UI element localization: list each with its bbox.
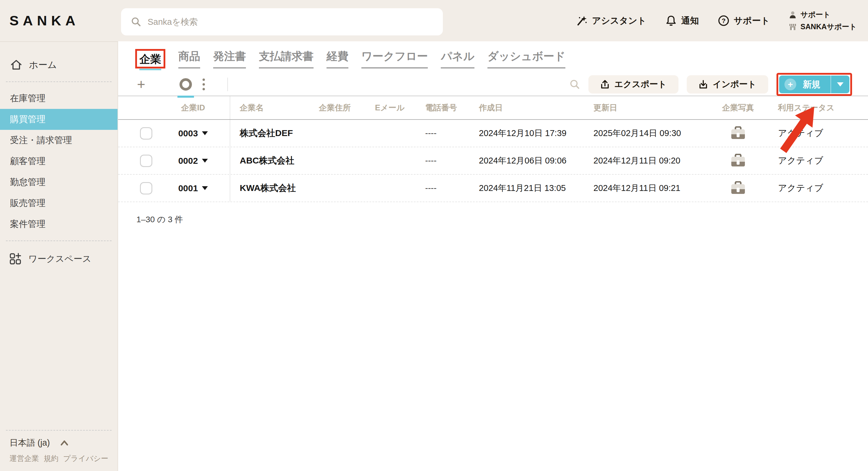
- company-id-cell[interactable]: 0001: [178, 183, 208, 193]
- col-header-status[interactable]: 利用ステータス: [762, 102, 868, 113]
- company-id-cell[interactable]: 0002: [178, 156, 208, 166]
- row-checkbox[interactable]: [140, 182, 152, 194]
- row-checkbox[interactable]: [140, 127, 152, 139]
- col-header-updated[interactable]: 更新日: [588, 102, 714, 113]
- import-icon: [699, 80, 708, 89]
- pagination-summary: 1–30 の 3 件: [136, 214, 868, 225]
- annotation-box-tab: 企業: [135, 49, 165, 68]
- company-photo-cell: [714, 181, 762, 195]
- status-cell: アクティブ: [762, 155, 868, 167]
- table-row: 0001 KWA株式会社 ---- 2024年11月21日 13:05 2024…: [118, 175, 868, 202]
- global-search[interactable]: [121, 8, 443, 35]
- status-cell: アクティブ: [762, 127, 868, 139]
- col-header-phone[interactable]: 電話番号: [419, 102, 469, 113]
- company-name-cell[interactable]: 株式会社DEF: [230, 127, 313, 139]
- company-id-cell[interactable]: 0003: [178, 128, 208, 138]
- company-id: 0002: [178, 156, 198, 166]
- sidebar-workspace-label: ワークスペース: [28, 253, 92, 265]
- profile-name: サポート: [800, 10, 831, 20]
- sidebar-item-label: 顧客管理: [10, 155, 45, 167]
- chevron-down-icon: [202, 186, 208, 190]
- sidebar-item-label: 勤怠管理: [10, 176, 45, 188]
- sidebar-item-orders-billing[interactable]: 受注・請求管理: [0, 130, 118, 151]
- assistant-label: アシスタント: [592, 15, 646, 27]
- row-checkbox[interactable]: [140, 155, 152, 167]
- col-header-company-name[interactable]: 企業名: [230, 102, 313, 113]
- brand-logo: SANKA: [9, 12, 80, 29]
- sidebar-item-workspace[interactable]: ワークスペース: [0, 247, 118, 271]
- link-operating-company[interactable]: 運営企業: [9, 453, 39, 463]
- support-button[interactable]: ? サポート: [718, 15, 770, 27]
- link-privacy[interactable]: プライバシー: [63, 453, 108, 463]
- created-cell: 2024年11月21日 13:05: [469, 182, 588, 194]
- briefcase-icon: [731, 126, 745, 140]
- tab-workflows[interactable]: ワークフロー: [361, 49, 428, 68]
- header-actions: アシスタント 通知 ? サポート: [576, 0, 857, 41]
- profile-menu[interactable]: サポート SANKAサポート: [788, 10, 857, 32]
- view-tools: +: [137, 77, 228, 92]
- col-header-email[interactable]: Eメール: [369, 102, 419, 113]
- created-cell: 2024年12月10日 17:39: [469, 127, 588, 139]
- export-button[interactable]: エクスポート: [588, 75, 678, 94]
- col-header-photo[interactable]: 企業写真: [714, 102, 762, 113]
- export-label: エクスポート: [614, 78, 666, 90]
- sidebar-home-label: ホーム: [29, 59, 57, 71]
- sidebar-item-label: 案件管理: [10, 218, 45, 230]
- tab-products[interactable]: 商品: [178, 49, 200, 68]
- sidebar-item-label: 購買管理: [10, 113, 45, 125]
- tab-bar: 企業 商品 発注書 支払請求書 経費 ワークフロー パネル ダッシュボード: [118, 41, 868, 68]
- language-label: 日本語 (ja): [9, 437, 50, 449]
- help-circle-icon: ?: [718, 15, 730, 27]
- sidebar-item-customers[interactable]: 顧客管理: [0, 151, 118, 172]
- assistant-button[interactable]: アシスタント: [576, 15, 646, 27]
- tab-dashboards[interactable]: ダッシュボード: [488, 49, 565, 68]
- active-view-button[interactable]: [180, 78, 192, 91]
- new-button-label: 新規: [796, 78, 831, 91]
- sidebar-item-label: 受注・請求管理: [10, 134, 72, 146]
- col-header-created[interactable]: 作成日: [469, 102, 588, 113]
- link-terms[interactable]: 規約: [44, 453, 58, 463]
- more-options-icon[interactable]: [203, 78, 205, 90]
- sidebar-item-inventory[interactable]: 在庫管理: [0, 88, 118, 109]
- tab-expenses[interactable]: 経費: [327, 49, 348, 68]
- sidebar-item-attendance[interactable]: 勤怠管理: [0, 172, 118, 193]
- search-input[interactable]: [148, 17, 413, 27]
- phone-cell: ----: [419, 183, 469, 193]
- sidebar-item-projects[interactable]: 案件管理: [0, 214, 118, 234]
- list-toolbar: +: [118, 73, 868, 96]
- company-id: 0003: [178, 128, 198, 138]
- user-icon: [788, 11, 797, 19]
- col-header-company-id[interactable]: 企業ID: [156, 96, 230, 119]
- tab-panels[interactable]: パネル: [441, 49, 474, 68]
- sidebar-item-home[interactable]: ホーム: [0, 54, 118, 75]
- workspace-grid-icon: [9, 252, 22, 265]
- sidebar-item-label: 販売管理: [10, 197, 45, 209]
- status-cell: アクティブ: [762, 182, 868, 194]
- table-row: 0003 株式会社DEF ---- 2024年12月10日 17:39 2025…: [118, 120, 868, 147]
- tab-bills[interactable]: 支払請求書: [259, 49, 314, 68]
- tab-companies[interactable]: 企業: [140, 53, 161, 70]
- company-name-cell[interactable]: KWA株式会社: [230, 182, 313, 194]
- storefront-icon: [788, 23, 797, 31]
- plus-icon: +: [137, 77, 145, 92]
- sidebar-item-sales[interactable]: 販売管理: [0, 193, 118, 214]
- add-view-button[interactable]: +: [137, 77, 145, 92]
- tab-purchase-orders[interactable]: 発注書: [213, 49, 246, 68]
- toolbar-actions: エクスポート インポート + 新規: [569, 73, 852, 96]
- table-search-icon[interactable]: [569, 79, 580, 90]
- list-view-icon[interactable]: [156, 80, 169, 89]
- briefcase-icon: [731, 181, 745, 195]
- chevron-down-icon[interactable]: [837, 82, 843, 87]
- sidebar-divider: [6, 82, 112, 82]
- circle-view-icon: [180, 78, 192, 91]
- col-header-address[interactable]: 企業住所: [313, 102, 369, 113]
- notifications-button[interactable]: 通知: [665, 15, 699, 27]
- updated-cell: 2024年12月11日 09:20: [588, 155, 714, 167]
- new-record-button[interactable]: + 新規: [779, 75, 849, 93]
- language-selector[interactable]: 日本語 (ja): [0, 437, 118, 449]
- sidebar-item-purchasing[interactable]: 購買管理: [0, 109, 118, 130]
- updated-cell: 2024年12月11日 09:21: [588, 182, 714, 194]
- import-button[interactable]: インポート: [687, 75, 768, 94]
- company-name-cell[interactable]: ABC株式会社: [230, 155, 313, 167]
- sidebar: ホーム 在庫管理 購買管理 受注・請求管理 顧客管理 勤怠管理 販売管理 案件管…: [0, 41, 118, 471]
